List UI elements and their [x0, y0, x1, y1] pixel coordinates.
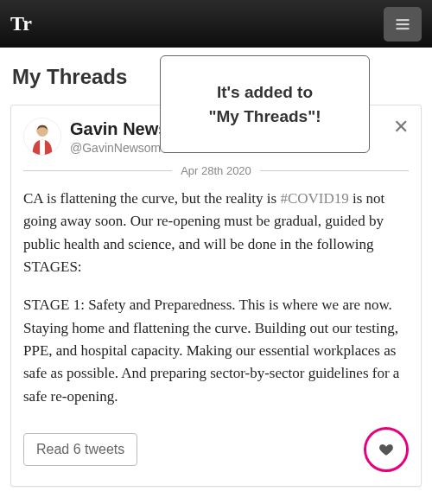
tooltip-line-2: "My Threads"! — [176, 105, 353, 129]
thread-paragraph: STAGE 1: Safety and Preparedness. This i… — [23, 294, 409, 408]
heart-icon — [378, 442, 394, 457]
added-tooltip: It's added to "My Threads"! — [160, 55, 370, 153]
read-tweets-button[interactable]: Read 6 tweets — [23, 433, 137, 466]
svg-rect-5 — [40, 140, 45, 155]
menu-button[interactable] — [384, 7, 422, 41]
close-icon[interactable]: ✕ — [393, 118, 409, 137]
hamburger-icon — [394, 16, 411, 33]
thread-card: Gavin News @GavinNewsom ✕ Apr 28th 2020 … — [10, 105, 422, 487]
tooltip-line-1: It's added to — [176, 80, 353, 105]
svg-rect-0 — [397, 19, 410, 21]
date-divider: Apr 28th 2020 — [23, 164, 409, 177]
hashtag-link[interactable]: #COVID19 — [280, 190, 348, 207]
heart-wrapper — [364, 427, 409, 472]
top-bar: Tr — [0, 0, 432, 48]
avatar-icon — [24, 118, 60, 156]
avatar[interactable] — [23, 118, 61, 156]
favorite-button[interactable] — [378, 442, 394, 457]
card-footer: Read 6 tweets — [23, 427, 409, 472]
thread-body: CA is flattening the curve, but the real… — [23, 188, 409, 408]
svg-rect-1 — [397, 23, 410, 25]
thread-paragraph: CA is flattening the curve, but the real… — [23, 188, 409, 278]
svg-rect-2 — [397, 28, 410, 29]
brand-logo[interactable]: Tr — [10, 12, 32, 35]
thread-date: Apr 28th 2020 — [172, 164, 260, 177]
